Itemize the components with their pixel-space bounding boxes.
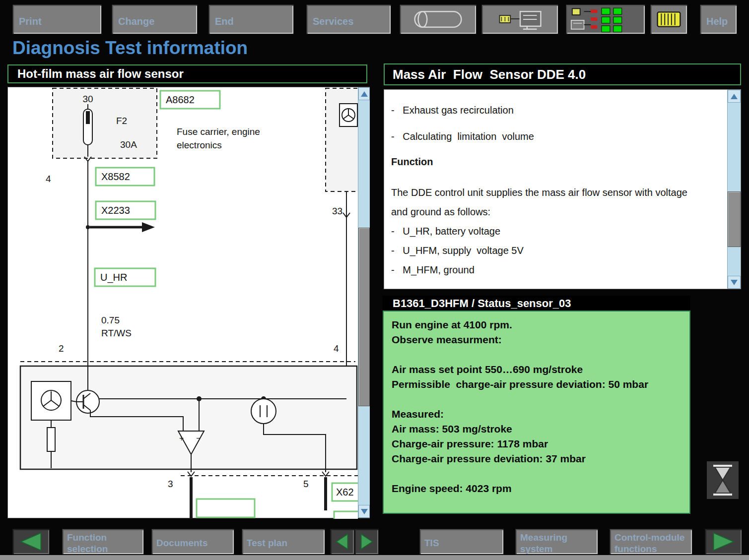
measurement-line: Charge-air pressure: 1178 mbar (392, 436, 671, 451)
info-line: and ground as follows: (391, 205, 723, 218)
connector-monitor-icon (482, 4, 558, 34)
scroll-down-button[interactable] (728, 276, 741, 289)
change-button[interactable]: Change (112, 4, 198, 34)
scroll-up-button[interactable] (358, 87, 370, 100)
info-scrollbar (727, 90, 741, 289)
info-line: - Exhaust gas recirculation (391, 104, 723, 117)
info-line: Function (391, 155, 723, 168)
signal-u-hr: U_HR (95, 268, 155, 286)
svg-text:X8582: X8582 (101, 171, 130, 182)
next-arrow-icon (705, 529, 742, 555)
help-button[interactable]: Help (700, 4, 737, 34)
up-arrow-icon (731, 94, 738, 99)
end-button[interactable]: End (208, 4, 294, 34)
pin3-label: 3 (168, 479, 173, 489)
scrollbar-track[interactable] (728, 103, 741, 276)
forward-arrow-icon (355, 529, 378, 555)
wire-color-label: RT/WS (101, 328, 132, 338)
status-header: B1361_D3HFM / Status_sensor_03 (383, 296, 690, 311)
scrollbar-thumb[interactable] (728, 191, 741, 247)
pin2-label: 2 (59, 343, 64, 354)
measurement-line: Measured: (392, 407, 671, 422)
pin5-label: 5 (303, 479, 309, 489)
tank-button[interactable] (400, 4, 477, 34)
connector-x2233: X2233 (96, 201, 155, 219)
print-button[interactable]: Print (12, 4, 102, 34)
right-component-box (326, 88, 358, 366)
measurement-line: Air mass set point 550…690 mg/stroke (392, 362, 671, 377)
svg-text:U_HR: U_HR (100, 272, 127, 283)
info-line: - Calculating limitation volume (391, 130, 723, 143)
forward-button[interactable] (354, 529, 379, 555)
diagram-scrollbar (358, 87, 370, 518)
info-line: The DDE control unit supplies the mass a… (391, 186, 723, 199)
component-a8682: A8682 Fuse carrier, engine electronics (160, 91, 260, 150)
supply-wire (84, 145, 91, 366)
wire-gauge-label: 0.75 (101, 315, 120, 325)
svg-text:electronics: electronics (177, 140, 222, 150)
measurement-line: Observe measurment: (392, 332, 671, 347)
opamp-minus-label: − (196, 434, 201, 442)
module-status-button[interactable] (566, 4, 645, 34)
svg-text:A8682: A8682 (166, 94, 195, 105)
svg-text:X2233: X2233 (101, 205, 130, 216)
measurement-line: Charge-air pressure deviation: 37 mbar (392, 451, 671, 466)
svg-text:X62: X62 (336, 487, 354, 498)
sensor-info-title: Mass Air Flow Sensor DDE 4.0 (384, 63, 741, 85)
terminal-30-label: 30 (82, 94, 93, 104)
bottom-label-box (197, 499, 255, 517)
pin4-left-label: 4 (46, 174, 51, 184)
next-page-button[interactable] (705, 529, 742, 555)
test-plan-button[interactable]: Test plan (242, 529, 325, 555)
sensor-circuit (20, 366, 357, 469)
diagnosis-screen: Print Change End Services (0, 0, 749, 560)
previous-page-button[interactable] (12, 529, 50, 555)
tis-button[interactable]: TIS (419, 529, 504, 555)
function-selection-button[interactable]: Function selection (62, 529, 144, 555)
wiring-diagram-panel: 30 F2 30A A8682 Fuse carrier, engine ele… (7, 87, 370, 518)
bottom-edge-strip (0, 555, 749, 560)
connector-x62: X62 (332, 483, 358, 501)
services-button[interactable]: Services (306, 4, 391, 34)
bottom-right-label-box (334, 511, 358, 519)
measurement-line (392, 466, 671, 481)
measuring-system-button[interactable]: Measuring system (515, 529, 598, 555)
measurement-line: Engine speed: 4023 rpm (392, 481, 671, 496)
up-arrow-icon (361, 91, 368, 97)
scroll-up-button[interactable] (728, 90, 741, 103)
yellow-connector-button[interactable] (650, 4, 687, 34)
info-line: - U_HR, battery voltage (391, 225, 723, 238)
prev-arrow-icon (13, 529, 49, 555)
opamp-plus-label: + (179, 434, 184, 442)
measurement-line: Permissible charge-air pressure deviatio… (392, 377, 671, 392)
module-status-grid-icon (566, 4, 645, 34)
sensor-info-panel: - Exhaust gas recirculation - Calculatin… (384, 89, 741, 289)
hourglass-icon (707, 461, 739, 499)
control-module-functions-button[interactable]: Control-module functions (610, 529, 692, 555)
diagram-title: Hot-film mass air flow sensor (7, 64, 367, 83)
back-button[interactable] (330, 529, 354, 555)
scrollbar-track[interactable] (358, 100, 370, 505)
scroll-down-button[interactable] (358, 505, 370, 518)
scrollbar-thumb[interactable] (358, 228, 370, 406)
svg-text:Fuse carrier, engine: Fuse carrier, engine (177, 126, 260, 137)
info-line: - M_HFM, ground (391, 263, 723, 276)
page-title: Diagnosis Test information (12, 38, 248, 59)
tank-icon (400, 4, 476, 34)
down-arrow-icon (361, 509, 368, 514)
measurement-panel: Run engine at 4100 rpm. Observe measurme… (383, 311, 690, 514)
probe-arrow (86, 222, 155, 232)
measurement-line (392, 347, 671, 362)
pin4-right-label: 4 (334, 343, 339, 354)
yellow-connector-icon (651, 4, 687, 34)
back-arrow-icon (331, 529, 354, 555)
connector-x8582: X8582 (96, 168, 154, 186)
fuse-box: 30 F2 30A (53, 88, 157, 158)
connector-monitor-button[interactable] (481, 4, 558, 34)
measurement-line: Air mass: 503 mg/stroke (392, 422, 671, 436)
fuse-name-label: F2 (116, 116, 127, 126)
measurement-line (392, 392, 671, 407)
down-arrow-icon (731, 280, 738, 285)
function-description: - Exhaust gas recirculation - Calculatin… (384, 90, 727, 283)
documents-button[interactable]: Documents (151, 529, 234, 555)
